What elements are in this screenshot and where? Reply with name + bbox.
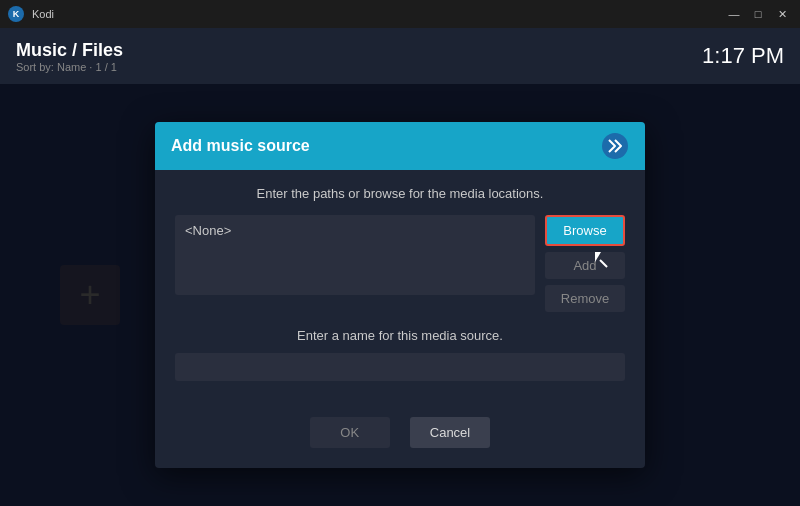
main-content: Music / Files Sort by: Name · 1 / 1 1:17… — [0, 28, 800, 506]
source-path-value: <None> — [185, 223, 231, 238]
title-bar-controls: — □ ✕ — [724, 6, 792, 22]
remove-button[interactable]: Remove — [545, 285, 625, 312]
dialog-title: Add music source — [171, 137, 310, 155]
media-source-name-input[interactable] — [175, 353, 625, 381]
kodi-logo: K — [8, 6, 24, 22]
cancel-button[interactable]: Cancel — [410, 417, 490, 448]
header-left: Music / Files Sort by: Name · 1 / 1 — [16, 40, 123, 73]
title-bar-title: Kodi — [32, 8, 54, 20]
title-bar-left: K Kodi — [8, 6, 54, 22]
sort-info: Sort by: Name · 1 / 1 — [16, 61, 123, 73]
header-bar: Music / Files Sort by: Name · 1 / 1 1:17… — [0, 28, 800, 84]
kodi-dialog-logo — [601, 132, 629, 160]
background-area: + Add music source Enter the paths or br… — [0, 84, 800, 506]
browse-button[interactable]: Browse — [545, 215, 625, 246]
name-section: Enter a name for this media source. — [175, 328, 625, 381]
source-action-buttons: Browse Add Remove — [545, 215, 625, 312]
page-title: Music / Files — [16, 40, 123, 61]
dialog-footer: OK Cancel — [155, 401, 645, 468]
maximize-button[interactable]: □ — [748, 6, 768, 22]
add-music-source-dialog: Add music source Enter the paths or brow… — [155, 122, 645, 468]
dialog-body: Enter the paths or browse for the media … — [155, 170, 645, 401]
ok-button[interactable]: OK — [310, 417, 390, 448]
title-bar: K Kodi — □ ✕ — [0, 0, 800, 28]
source-path-display: <None> — [175, 215, 535, 295]
close-button[interactable]: ✕ — [772, 6, 792, 22]
source-row: <None> Browse Add Remove — [175, 215, 625, 312]
dialog-header: Add music source — [155, 122, 645, 170]
dialog-instruction: Enter the paths or browse for the media … — [175, 186, 625, 201]
add-button[interactable]: Add — [545, 252, 625, 279]
clock: 1:17 PM — [702, 43, 784, 69]
minimize-button[interactable]: — — [724, 6, 744, 22]
name-instruction: Enter a name for this media source. — [175, 328, 625, 343]
